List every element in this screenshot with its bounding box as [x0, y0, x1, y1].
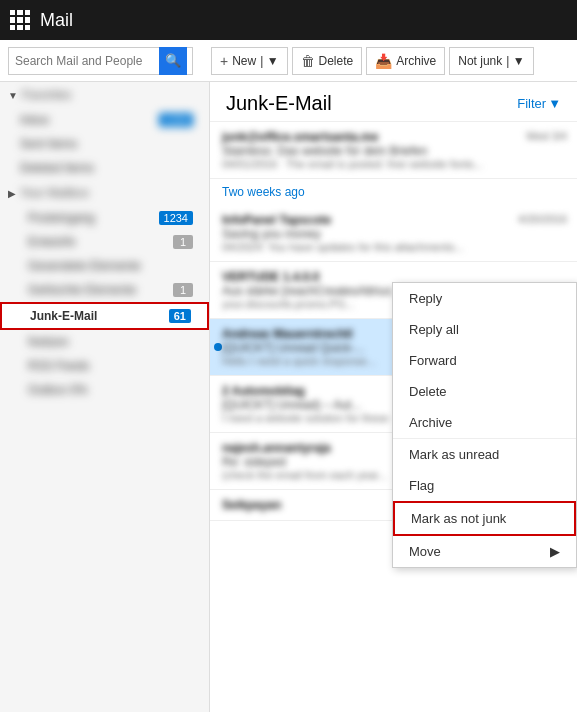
- list-item[interactable]: junk@office.smartsanta.me Stainless: Das…: [210, 122, 577, 179]
- new-label: New: [232, 54, 256, 68]
- sidebar: ▼ Favorites Inbox 1234 Sent Items Delete…: [0, 82, 210, 712]
- delete-label: Delete: [319, 54, 354, 68]
- list-item[interactable]: InfoPanel Tapscote Saving you money 04/2…: [210, 205, 577, 262]
- context-menu: Reply Reply all Forward Delete Archive M…: [392, 282, 577, 568]
- new-button[interactable]: + New | ▼: [211, 47, 288, 75]
- search-button[interactable]: 🔍: [159, 47, 187, 75]
- search-input[interactable]: [9, 54, 159, 68]
- unread-dot: [214, 343, 222, 351]
- context-reply-all[interactable]: Reply all: [393, 314, 576, 345]
- sidebar-item-rss[interactable]: RSS Feeds: [0, 354, 209, 378]
- context-reply[interactable]: Reply: [393, 283, 576, 314]
- context-archive[interactable]: Archive: [393, 407, 576, 438]
- archive-label: Archive: [396, 54, 436, 68]
- filter-chevron-icon: ▼: [548, 96, 561, 111]
- email-list-header: Junk-E-Mail Filter ▼: [210, 82, 577, 122]
- new-icon: +: [220, 53, 228, 69]
- junk-badge: 61: [169, 309, 191, 323]
- sidebar-item-notizen[interactable]: Notizen: [0, 330, 209, 354]
- not-junk-label: Not junk: [458, 54, 502, 68]
- date-separator: Two weeks ago: [210, 179, 577, 205]
- filter-label: Filter: [517, 96, 546, 111]
- sidebar-item-sent[interactable]: Sent Items: [0, 132, 209, 156]
- toolbar: 🔍 + New | ▼ 🗑 Delete 📥 Archive Not junk …: [0, 40, 577, 82]
- context-forward[interactable]: Forward: [393, 345, 576, 376]
- favorites-arrow-icon: ▼: [8, 90, 18, 101]
- sidebar-item-junk[interactable]: Junk-E-Mail 61: [0, 302, 209, 330]
- app-title: Mail: [40, 10, 73, 31]
- sidebar-item-geloschte[interactable]: Gelöschte Elemente 1: [0, 278, 209, 302]
- sidebar-item-deleted[interactable]: Deleted Items: [0, 156, 209, 180]
- delete-button[interactable]: 🗑 Delete: [292, 47, 363, 75]
- sidebar-item-posteingang[interactable]: Posteingang 1234: [0, 206, 209, 230]
- sidebar-section-favorites: ▼ Favorites: [0, 82, 209, 108]
- sidebar-section-mailbox: ▶ Your Mailbox: [0, 180, 209, 206]
- mailbox-arrow-icon: ▶: [8, 188, 16, 199]
- context-move[interactable]: Move ▶: [393, 536, 576, 567]
- sidebar-item-inbox[interactable]: Inbox 1234: [0, 108, 209, 132]
- content-area: Junk-E-Mail Filter ▼ junk@office.smartsa…: [210, 82, 577, 712]
- app-grid-icon[interactable]: [10, 10, 30, 30]
- new-split: | ▼: [260, 54, 278, 68]
- email-list-title: Junk-E-Mail: [226, 92, 517, 115]
- title-bar: Mail: [0, 0, 577, 40]
- main-layout: ▼ Favorites Inbox 1234 Sent Items Delete…: [0, 82, 577, 712]
- context-delete[interactable]: Delete: [393, 376, 576, 407]
- filter-button[interactable]: Filter ▼: [517, 96, 561, 111]
- delete-icon: 🗑: [301, 53, 315, 69]
- not-junk-button[interactable]: Not junk | ▼: [449, 47, 533, 75]
- archive-button[interactable]: 📥 Archive: [366, 47, 445, 75]
- junk-label: Junk-E-Mail: [30, 309, 169, 323]
- context-mark-unread[interactable]: Mark as unread: [393, 439, 576, 470]
- search-box[interactable]: 🔍: [8, 47, 193, 75]
- archive-icon: 📥: [375, 53, 392, 69]
- context-flag[interactable]: Flag: [393, 470, 576, 501]
- context-mark-not-junk[interactable]: Mark as not junk: [393, 501, 576, 536]
- sidebar-item-gesendete[interactable]: Gesendete Elemente: [0, 254, 209, 278]
- sidebar-item-entwurfe[interactable]: Entwürfe 1: [0, 230, 209, 254]
- sidebar-item-outbox[interactable]: Outbox 0%: [0, 378, 209, 402]
- move-arrow-icon: ▶: [550, 544, 560, 559]
